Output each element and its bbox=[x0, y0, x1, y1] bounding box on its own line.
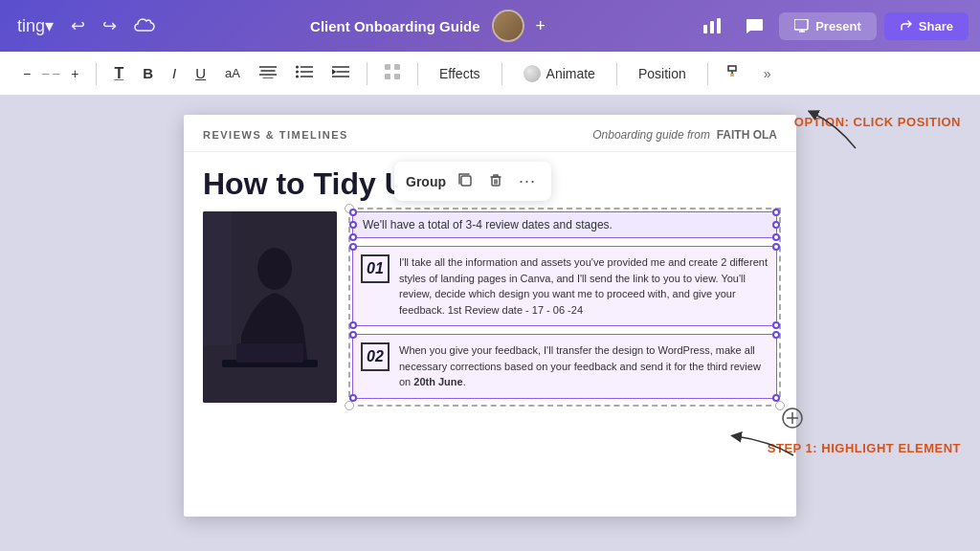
brand-menu-button[interactable]: ting ▾ bbox=[11, 10, 59, 42]
underline-icon: U bbox=[195, 65, 206, 81]
svg-rect-2 bbox=[717, 18, 721, 33]
slide-header: REVIEWS & TIMELINES Onboarding guide fro… bbox=[184, 115, 796, 152]
top-text-row: We'll have a total of 3-4 review dates a… bbox=[352, 211, 777, 238]
canvas-area: REVIEWS & TIMELINES Onboarding guide fro… bbox=[0, 96, 980, 551]
bold-button[interactable]: B bbox=[135, 59, 161, 87]
header-right-pre: Onboarding guide from bbox=[592, 128, 710, 142]
item2-text-post: . bbox=[463, 376, 466, 387]
group-delete-button[interactable] bbox=[484, 168, 507, 195]
indent-button[interactable] bbox=[324, 59, 357, 87]
slide-title-area: How to Tidy Up i. Group bbox=[184, 152, 796, 202]
comments-button[interactable] bbox=[737, 10, 771, 42]
svg-rect-17 bbox=[385, 64, 390, 70]
zoom-in-button[interactable]: + bbox=[63, 60, 86, 87]
item1-handle-bl bbox=[349, 321, 357, 329]
list-button[interactable] bbox=[288, 59, 321, 87]
svg-rect-19 bbox=[394, 64, 400, 70]
slide-header-right: Onboarding guide from FAITH OLA bbox=[592, 128, 777, 142]
redo-button[interactable]: ↪ bbox=[97, 10, 122, 42]
align-button[interactable] bbox=[252, 59, 284, 87]
slide-header-left: REVIEWS & TIMELINES bbox=[203, 129, 348, 141]
item1-handle-tl bbox=[349, 243, 357, 251]
svg-rect-27 bbox=[203, 211, 232, 345]
effects-button[interactable]: Effects bbox=[428, 60, 492, 87]
review-item-1: 01 I'll take all the information and ass… bbox=[352, 246, 777, 326]
item2-handle-tr bbox=[772, 331, 780, 339]
indent-icon bbox=[332, 65, 349, 81]
zoom-plus-icon: + bbox=[71, 66, 78, 81]
item-1-number: 01 bbox=[361, 254, 390, 283]
share-label: Share bbox=[919, 19, 953, 33]
slide-text-column: We'll have a total of 3-4 review dates a… bbox=[352, 211, 777, 403]
separator-1 bbox=[96, 62, 97, 85]
animate-button[interactable]: Animate bbox=[512, 59, 607, 88]
svg-rect-26 bbox=[236, 343, 303, 363]
text-color-button[interactable]: T bbox=[106, 59, 131, 88]
handle-ml bbox=[349, 221, 357, 229]
review-item-2: 02 When you give your feedback, I'll tra… bbox=[352, 334, 777, 399]
item2-bold: 20th June bbox=[413, 376, 462, 387]
person-image bbox=[203, 211, 337, 403]
list-icon bbox=[296, 65, 313, 81]
cloud-save-button[interactable] bbox=[128, 11, 161, 42]
case-button[interactable]: aA bbox=[217, 60, 248, 86]
separator-5 bbox=[616, 62, 617, 85]
handle-tr bbox=[772, 209, 780, 216]
position-button[interactable]: Position bbox=[627, 60, 698, 87]
group-more-button[interactable]: ··· bbox=[515, 167, 540, 195]
handle-bl bbox=[349, 233, 357, 241]
svg-rect-1 bbox=[710, 21, 714, 33]
paint-format-button[interactable] bbox=[718, 57, 750, 89]
svg-point-24 bbox=[257, 248, 292, 290]
handle-mr bbox=[772, 221, 780, 229]
svg-point-8 bbox=[296, 66, 299, 69]
item2-handle-bl bbox=[349, 394, 357, 402]
grid-icon bbox=[385, 64, 400, 82]
separator-6 bbox=[707, 62, 708, 85]
italic-button[interactable]: I bbox=[165, 59, 184, 87]
italic-icon: I bbox=[172, 65, 176, 81]
share-button[interactable]: Share bbox=[884, 12, 969, 40]
brand-chevron: ▾ bbox=[45, 15, 54, 36]
more-icon: » bbox=[764, 66, 771, 81]
svg-rect-18 bbox=[385, 74, 390, 79]
case-icon: aA bbox=[225, 66, 240, 80]
item1-handle-tr bbox=[772, 243, 780, 251]
group-label: Group bbox=[406, 174, 446, 189]
svg-point-10 bbox=[296, 71, 299, 74]
user-avatar[interactable] bbox=[492, 10, 524, 42]
slide-content: We'll have a total of 3-4 review dates a… bbox=[184, 202, 796, 422]
align-icon bbox=[259, 65, 277, 81]
separator-3 bbox=[417, 62, 418, 85]
present-button[interactable]: Present bbox=[779, 12, 877, 40]
group-copy-button[interactable] bbox=[454, 168, 477, 195]
top-navigation: ting ▾ ↩ ↪ Client Onboarding Guide + bbox=[0, 0, 980, 52]
redo-icon: ↪ bbox=[102, 15, 117, 36]
nav-left-group: ting ▾ ↩ ↪ bbox=[11, 10, 161, 42]
animate-label: Animate bbox=[546, 66, 595, 81]
item1-handle-br bbox=[772, 321, 780, 329]
present-label: Present bbox=[815, 19, 861, 33]
avatar-image bbox=[494, 11, 523, 40]
zoom-out-button[interactable]: − bbox=[15, 60, 38, 87]
underline-button[interactable]: U bbox=[188, 59, 213, 87]
text-icon: T bbox=[114, 65, 123, 82]
slide-panel: REVIEWS & TIMELINES Onboarding guide fro… bbox=[0, 96, 980, 551]
svg-rect-22 bbox=[492, 177, 500, 186]
top-text-content: We'll have a total of 3-4 review dates a… bbox=[363, 218, 612, 231]
grid-button[interactable] bbox=[377, 58, 408, 88]
svg-rect-20 bbox=[394, 74, 400, 79]
svg-point-12 bbox=[296, 76, 299, 78]
zoom-dash-label: – – bbox=[42, 66, 59, 80]
document-title: Client Onboarding Guide bbox=[310, 18, 480, 34]
item-2-number: 02 bbox=[361, 342, 390, 371]
separator-2 bbox=[367, 62, 368, 85]
add-collaborator-button[interactable]: + bbox=[536, 16, 546, 36]
undo-button[interactable]: ↩ bbox=[65, 10, 91, 42]
analytics-button[interactable] bbox=[695, 10, 729, 42]
more-options-button[interactable]: » bbox=[754, 60, 781, 87]
brand-label: ting bbox=[17, 16, 45, 36]
item2-handle-br bbox=[772, 394, 780, 402]
group-tooltip: Group ··· bbox=[394, 162, 551, 201]
handle-br bbox=[772, 233, 780, 241]
